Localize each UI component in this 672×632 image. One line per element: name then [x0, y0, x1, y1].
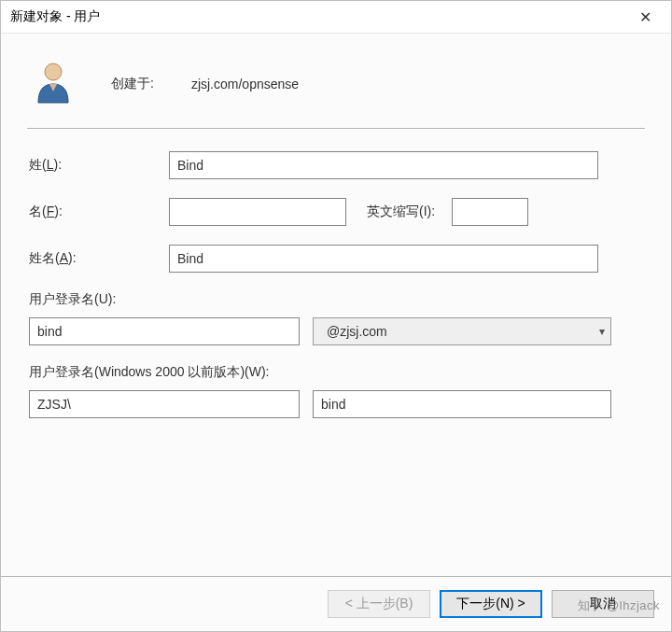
- surname-input[interactable]: [169, 151, 598, 179]
- window-title: 新建对象 - 用户: [10, 8, 100, 25]
- close-icon: ✕: [639, 8, 651, 26]
- close-button[interactable]: ✕: [626, 3, 664, 31]
- row-given: 名(F): 英文缩写(I):: [29, 198, 643, 226]
- login-input[interactable]: [29, 317, 300, 345]
- header-row: 创建于: zjsj.com/opnsense: [27, 43, 645, 128]
- fullname-label: 姓名(A):: [29, 250, 169, 267]
- dialog-window: 新建对象 - 用户 ✕ 创建于: zjsj.com/opnsense 姓(L):: [0, 0, 672, 632]
- domain-select[interactable]: @zjsj.com ▾: [313, 317, 611, 345]
- next-button[interactable]: 下一步(N) >: [440, 590, 542, 618]
- row-fullname: 姓名(A):: [29, 245, 643, 273]
- login-block: 用户登录名(U): @zjsj.com ▾ 用户登录名(Windows 2000…: [29, 291, 643, 418]
- svg-point-0: [45, 63, 62, 80]
- login-row: @zjsj.com ▾: [29, 317, 643, 345]
- given-label: 名(F):: [29, 204, 169, 220]
- chevron-down-icon: ▾: [599, 325, 605, 338]
- row-surname: 姓(L):: [29, 151, 643, 179]
- fullname-input[interactable]: [169, 245, 598, 273]
- sam-input[interactable]: [313, 390, 611, 418]
- back-button: < 上一步(B): [328, 590, 430, 618]
- dialog-content: 创建于: zjsj.com/opnsense 姓(L): 名(F): 英文缩写(…: [1, 34, 671, 576]
- surname-label: 姓(L):: [29, 157, 169, 174]
- initials-label: 英文缩写(I):: [367, 204, 435, 220]
- titlebar: 新建对象 - 用户 ✕: [1, 1, 671, 34]
- user-icon: [33, 60, 74, 107]
- separator: [27, 128, 645, 129]
- legacy-login-row: [29, 390, 643, 418]
- given-input[interactable]: [169, 198, 346, 226]
- initials-input[interactable]: [452, 198, 528, 226]
- created-in-label: 创建于:: [111, 76, 154, 92]
- footer: < 上一步(B) 下一步(N) > 取消: [1, 576, 671, 631]
- domain-select-value: @zjsj.com: [321, 324, 387, 339]
- domain-prefix-input[interactable]: [29, 390, 300, 418]
- created-in-path: zjsj.com/opnsense: [191, 77, 299, 91]
- form: 姓(L): 名(F): 英文缩写(I): 姓名(A): 用户登录名(U): @z…: [27, 147, 645, 418]
- legacy-login-label: 用户登录名(Windows 2000 以前版本)(W):: [29, 364, 643, 381]
- login-label: 用户登录名(U):: [29, 291, 643, 308]
- cancel-button[interactable]: 取消: [552, 590, 654, 618]
